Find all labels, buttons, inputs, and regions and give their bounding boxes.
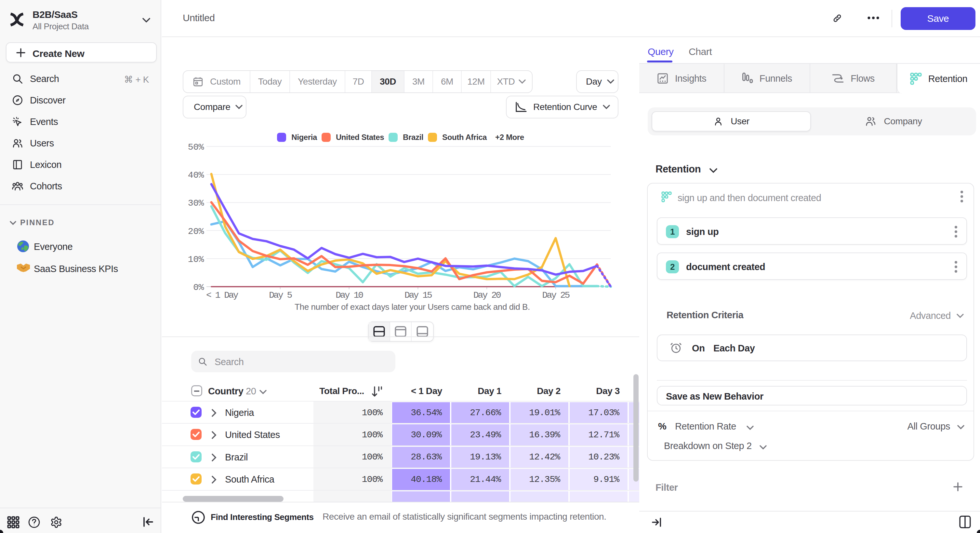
svg-text:Day 5: Day 5 xyxy=(269,290,292,300)
svg-text:Day 25: Day 25 xyxy=(542,290,570,300)
svg-text:Day 15: Day 15 xyxy=(404,290,432,300)
svg-text:< 1 Day: < 1 Day xyxy=(206,290,238,300)
svg-text:0%: 0% xyxy=(193,282,204,292)
svg-text:30%: 30% xyxy=(188,198,204,208)
svg-text:50%: 50% xyxy=(188,142,204,152)
svg-text:40%: 40% xyxy=(188,170,204,180)
svg-text:Day 20: Day 20 xyxy=(473,290,501,300)
svg-text:10%: 10% xyxy=(188,254,204,265)
svg-text:20%: 20% xyxy=(188,227,204,236)
svg-text:Day 10: Day 10 xyxy=(336,290,363,300)
